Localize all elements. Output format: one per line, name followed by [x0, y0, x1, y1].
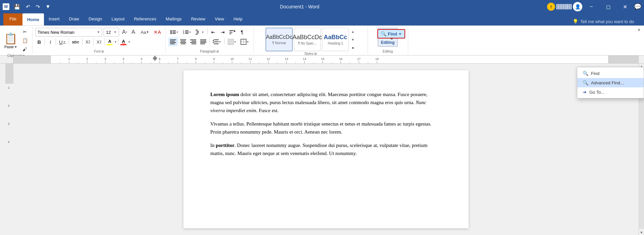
strikethrough-button[interactable]: abc [70, 37, 81, 46]
find-dropdown-arrow[interactable]: ▼ [398, 32, 402, 36]
bold-button[interactable]: B [35, 37, 43, 46]
find-button[interactable]: 🔍 Find ▼ [377, 29, 405, 38]
scroll-down-button[interactable]: ▼ [639, 230, 644, 235]
minimize-button[interactable]: − [584, 0, 599, 13]
clear-formatting-button[interactable]: ✕A [152, 28, 162, 36]
font-shrink-button[interactable]: A- [130, 28, 138, 36]
font-expand-icon[interactable]: ▧ [101, 50, 104, 53]
svg-marker-19 [233, 30, 235, 32]
document-page[interactable]: Lorem ipsum dolor sit amet, consectetuer… [183, 70, 469, 228]
document-scroll-area[interactable]: Lorem ipsum dolor sit amet, consectetuer… [13, 64, 639, 235]
increase-indent-button[interactable]: ⇥ [218, 28, 227, 36]
line-spacing-button[interactable]: ▼ [211, 37, 223, 46]
style-preview-heading1: AaBbCc [324, 34, 347, 40]
tab-draw[interactable]: Draw [64, 13, 84, 25]
font-grow-button[interactable]: A+ [120, 28, 129, 36]
svg-marker-103 [153, 56, 157, 58]
redo-button[interactable]: ↷ [34, 3, 42, 11]
style-item-normal[interactable]: AaBbCcDc ¶ Normal [266, 28, 292, 51]
align-right-button[interactable] [189, 37, 198, 46]
svg-text:14: 14 [303, 57, 306, 61]
text-highlight-button[interactable]: A [106, 38, 113, 46]
tab-design[interactable]: Design [84, 13, 107, 25]
find-menu-item[interactable]: 🔍 Find [577, 69, 644, 78]
svg-text:3: 3 [104, 57, 106, 61]
styles-down-button[interactable]: ▼ [350, 36, 356, 43]
format-painter-button[interactable]: 🖌 [20, 45, 30, 53]
svg-rect-24 [180, 40, 186, 40]
save-button[interactable]: 💾 [12, 3, 22, 11]
svg-marker-40 [213, 42, 214, 44]
shading-button[interactable]: ▼ [226, 37, 238, 46]
subscript-button[interactable]: X2 [84, 37, 92, 46]
paragraph-expand-icon[interactable]: ▧ [216, 50, 219, 53]
tab-insert[interactable]: Insert [44, 13, 64, 25]
svg-point-2 [170, 31, 172, 33]
style-name-heading1: Heading 1 [328, 42, 343, 45]
align-left-button[interactable] [168, 37, 178, 46]
barcode-line [560, 4, 560, 9]
tab-view[interactable]: View [210, 13, 229, 25]
styles-expand-icon[interactable]: ▧ [314, 52, 317, 55]
multilevel-list-button[interactable]: ▼ [194, 28, 206, 36]
align-center-button[interactable] [178, 37, 188, 46]
styles-up-button[interactable]: ▲ [350, 28, 356, 35]
justify-button[interactable] [199, 37, 208, 46]
svg-text:16: 16 [339, 57, 342, 61]
user-account-button[interactable]: 👤 [573, 2, 582, 11]
borders-button[interactable]: ▼ [239, 37, 251, 46]
restore-button[interactable]: ◻ [600, 0, 616, 13]
goto-menu-item[interactable]: ➜ Go To... [577, 87, 644, 97]
tab-home[interactable]: Home [22, 13, 44, 25]
change-case-button[interactable]: Aa ▼ [139, 28, 151, 36]
tab-references[interactable]: References [129, 13, 161, 25]
style-item-heading1[interactable]: AaBbCc Heading 1 [322, 28, 349, 51]
bullets-button[interactable]: ▼ [168, 28, 180, 36]
tell-me-field[interactable]: 💡 [569, 17, 641, 25]
comment-button[interactable]: 💬 [634, 3, 641, 10]
font-name-dropdown[interactable]: Times New Roman ▼ [35, 28, 102, 36]
sort-button[interactable] [228, 28, 237, 36]
decrease-indent-button[interactable]: ⇤ [209, 28, 218, 36]
advanced-find-menu-item[interactable]: 🔍 Advanced Find... [577, 78, 644, 87]
document-area: 1 2 3 4 Lorem ipsum dolor sit amet, cons… [0, 64, 644, 235]
paste-button[interactable]: 📋 Paste ▼ [3, 31, 19, 50]
goto-label: Go To... [589, 90, 604, 95]
tell-me-input[interactable] [580, 19, 637, 24]
tab-help[interactable]: Help [229, 13, 247, 25]
svg-text:5: 5 [141, 57, 142, 61]
highlight-dropdown-arrow[interactable]: ▼ [114, 41, 117, 44]
svg-rect-34 [200, 42, 206, 43]
font-color-button[interactable]: A [120, 38, 127, 46]
format-separator [45, 38, 45, 45]
show-hide-button[interactable]: ¶ [238, 28, 247, 36]
copy-button[interactable]: 📋 [20, 36, 30, 45]
undo-button[interactable]: ↶ [24, 3, 32, 11]
cut-button[interactable]: ✂ [20, 28, 30, 36]
close-button[interactable]: ✕ [617, 0, 633, 13]
tab-layout[interactable]: Layout [107, 13, 129, 25]
style-item-nospace[interactable]: AaBbCcDc ¶ No Spac... [294, 28, 321, 51]
tab-file[interactable]: File [3, 13, 22, 25]
quick-access-toolbar: 💾 ↶ ↷ ▼ [12, 3, 52, 11]
barcode-line [561, 4, 562, 9]
underline-button[interactable]: U ▼ [57, 37, 67, 46]
numbering-button[interactable]: 1.2.3. ▼ [181, 28, 193, 36]
tab-review[interactable]: Review [186, 13, 210, 25]
font-size-dropdown[interactable]: 12 ▼ [104, 28, 119, 36]
para-sep [207, 28, 208, 34]
paragraph-group-content: ▼ 1.2.3. ▼ ▼ ⇤ ⇥ ¶ [168, 28, 251, 49]
alert-icon[interactable]: ! [547, 3, 555, 11]
styles-more-button[interactable]: ■ [350, 44, 356, 51]
svg-rect-26 [180, 42, 186, 43]
tab-mailings[interactable]: Mailings [161, 13, 186, 25]
styles-group: AaBbCcDc ¶ Normal AaBbCcDc ¶ No Spac... … [254, 27, 368, 54]
barcode-line [567, 4, 567, 9]
superscript-button[interactable]: X2 [95, 37, 103, 46]
italic-button[interactable]: I [46, 37, 54, 46]
font-color-dropdown-arrow[interactable]: ▼ [128, 41, 130, 44]
font-row1: Times New Roman ▼ 12 ▼ A+ A- Aa ▼ ✕A [35, 28, 163, 36]
style-name-nospace: ¶ No Spac... [298, 42, 317, 45]
customize-quick-access-button[interactable]: ▼ [44, 3, 52, 11]
ribbon-collapse-button[interactable]: ▲ [634, 26, 644, 32]
